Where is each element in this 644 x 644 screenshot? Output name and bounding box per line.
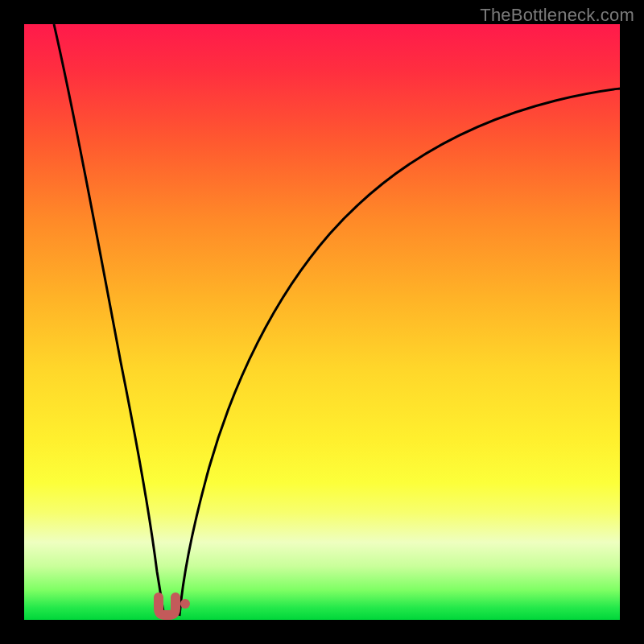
optimal-zone-marker [159, 597, 175, 615]
chart-frame: TheBottleneck.com [0, 0, 644, 644]
curve-group [54, 24, 620, 616]
bottleneck-curve-right [180, 89, 620, 616]
curve-layer [24, 24, 620, 620]
bottleneck-curve-left [54, 24, 164, 616]
optimal-dot-icon [180, 599, 190, 609]
watermark-label: TheBottleneck.com [480, 5, 634, 26]
u-shape-icon [159, 597, 175, 615]
